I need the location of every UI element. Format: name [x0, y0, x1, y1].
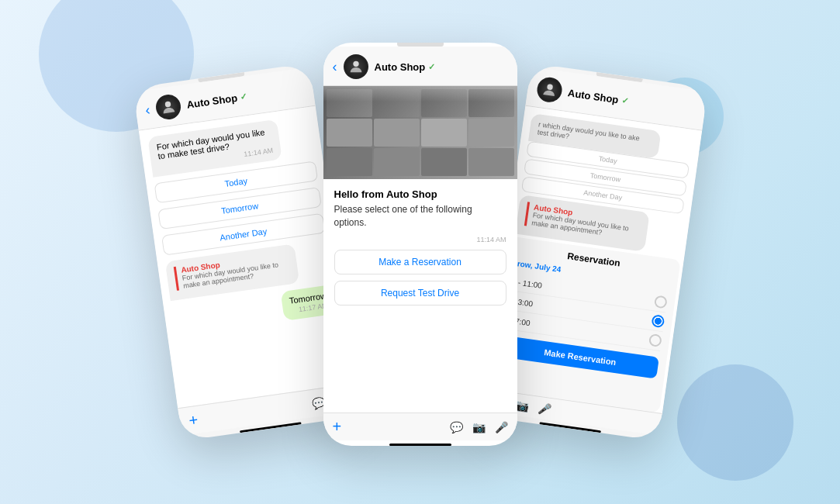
car-slot — [468, 148, 514, 176]
center-chat-icon[interactable]: 💬 — [450, 421, 463, 433]
center-phone-footer: + 💬 📷 🎤 — [323, 413, 517, 440]
center-mic-icon[interactable]: 🎤 — [495, 421, 508, 433]
car-slot — [468, 119, 514, 147]
center-home-indicator — [389, 444, 451, 446]
svg-point-2 — [546, 84, 552, 90]
car-slot — [327, 119, 372, 147]
avatar-left — [154, 93, 181, 121]
verified-icon-right: ✓ — [620, 95, 629, 105]
back-arrow-left[interactable]: ‹ — [143, 102, 150, 119]
avatar-center — [344, 54, 368, 79]
car-slot — [374, 148, 420, 176]
car-slot — [421, 119, 467, 147]
center-chat-area: Hello from Auto Shop Please select one o… — [323, 179, 517, 413]
center-plus-icon[interactable]: + — [333, 418, 342, 436]
phones-container: ‹ Auto Shop ✓ For which day would you li… — [141, 27, 700, 477]
left-shop-name: Auto Shop ✓ — [185, 82, 304, 110]
reservation-panel: Reservation rrow, July 24 0 - 11:00 - 13… — [489, 236, 681, 413]
radio-3[interactable] — [648, 333, 662, 347]
verified-icon-center: ✓ — [428, 62, 435, 72]
verified-icon-left: ✓ — [239, 91, 247, 102]
right-header-info: Auto Shop ✓ — [567, 87, 696, 116]
right-mic-icon[interactable]: 🎤 — [537, 402, 551, 416]
right-reservation-area: r which day would you like to ake test d… — [486, 106, 702, 413]
center-footer-icons: 💬 📷 🎤 — [450, 421, 508, 433]
center-subtitle: Please select one of the following optio… — [334, 203, 506, 230]
avatar-inner-right — [537, 78, 562, 102]
right-bot-quote: Auto Shop For which day would you like t… — [524, 202, 641, 241]
right-shop-name: Auto Shop ✓ — [567, 87, 696, 116]
center-timestamp: 11:14 AM — [334, 236, 506, 243]
radio-1[interactable] — [653, 295, 667, 309]
center-car-image — [323, 86, 517, 179]
center-hello-title: Hello from Auto Shop — [334, 188, 506, 200]
ceiling-light — [323, 86, 517, 102]
radio-2[interactable] — [651, 314, 665, 328]
center-shop-name: Auto Shop ✓ — [375, 61, 508, 73]
avatar-right — [535, 76, 563, 104]
right-header-section: r which day would you like to ake test d… — [506, 106, 701, 261]
left-plus-icon[interactable]: + — [188, 411, 199, 430]
avatar-inner-center — [345, 56, 367, 78]
request-test-drive-button[interactable]: Request Test Drive — [334, 281, 506, 306]
make-reservation-button[interactable]: Make a Reservation — [334, 250, 506, 274]
left-chat-area: For which day would you like to make tes… — [138, 106, 354, 408]
car-slot — [421, 148, 467, 176]
center-header-info: Auto Shop ✓ — [375, 61, 508, 73]
phone-center: ‹ Auto Shop ✓ — [323, 43, 517, 446]
left-bot-quote: Auto Shop For which day would you like t… — [173, 251, 290, 291]
car-slot — [374, 119, 420, 147]
svg-point-1 — [353, 61, 358, 67]
car-slot — [327, 148, 372, 176]
back-arrow-center[interactable]: ‹ — [333, 59, 337, 75]
center-camera-icon[interactable]: 📷 — [472, 421, 486, 433]
center-phone-header: ‹ Auto Shop ✓ — [323, 47, 517, 86]
svg-point-0 — [164, 101, 171, 107]
avatar-inner-left — [156, 95, 181, 119]
left-header-info: Auto Shop ✓ — [185, 82, 304, 110]
